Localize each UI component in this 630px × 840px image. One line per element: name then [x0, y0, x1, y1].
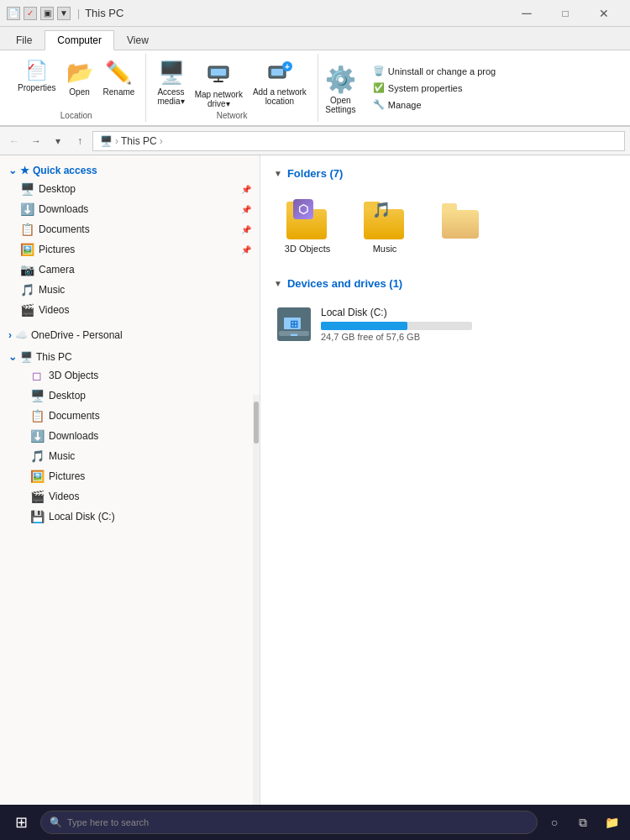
quick-access-label: Quick access: [33, 165, 97, 176]
manage-label: Manage: [388, 100, 422, 110]
pin-icon-desktop: 📌: [241, 185, 251, 194]
title-bar-icon-arrow: ▼: [57, 7, 71, 20]
devices-section-header[interactable]: ▼ Devices and drives (1): [274, 272, 617, 295]
device-space-local: 24,7 GB free of 57,6 GB: [321, 332, 613, 342]
sidebar-item-downloads2[interactable]: ⬇️ Downloads: [0, 426, 260, 446]
title-bar-icons: 📄 ✓ ▣ ▼: [7, 7, 71, 20]
folder-extra1[interactable]: [428, 192, 496, 259]
uninstall-button[interactable]: 🗑️ Uninstall or change a prog: [370, 64, 499, 78]
sidebar-item-localdisk[interactable]: 💾 Local Disk (C:): [0, 507, 260, 527]
open-settings-label: OpenSettings: [325, 96, 355, 114]
scrollbar-thumb[interactable]: [254, 402, 259, 444]
sidebar-item-documents2[interactable]: 📋 Documents: [0, 406, 260, 426]
svg-rect-1: [211, 69, 226, 76]
rename-button[interactable]: ✏️ Rename: [99, 57, 139, 99]
map-network-icon: [207, 60, 230, 88]
up-button[interactable]: ↑: [71, 132, 89, 150]
address-bar: ← → ▾ ↑ 🖥️ › This PC ›: [0, 127, 630, 155]
sidebar-item-videos-label: Videos: [39, 304, 69, 316]
sidebar-item-documents-label: Documents: [39, 223, 90, 235]
uninstall-icon: 🗑️: [373, 66, 385, 76]
properties-button[interactable]: 📄 ✓ Properties: [13, 57, 60, 95]
open-button[interactable]: 📂 Open: [62, 57, 97, 99]
add-network-button[interactable]: + Add a networklocation: [249, 57, 311, 108]
onedrive-label: OneDrive - Personal: [31, 329, 123, 341]
breadcrumb-sep2: ›: [160, 135, 163, 147]
maximize-button[interactable]: □: [546, 2, 585, 25]
recent-button[interactable]: ▾: [49, 132, 67, 150]
open-label: Open: [69, 87, 89, 97]
taskbar-files-icon[interactable]: 📁: [600, 811, 623, 834]
taskbar-task-view-icon[interactable]: ⧉: [571, 811, 595, 834]
documents-icon: 📋: [20, 223, 34, 236]
camera-icon: 📷: [20, 263, 34, 276]
pictures-icon: 🖼️: [20, 243, 34, 256]
sidebar-item-music[interactable]: 🎵 Music: [0, 280, 260, 300]
rename-label: Rename: [103, 87, 135, 97]
sidebar-item-3dobjects[interactable]: ◻ 3D Objects: [0, 365, 260, 386]
3dobjects-icon: ⬡: [286, 197, 329, 240]
folder-3dobjects[interactable]: ⬡ 3D Objects: [274, 192, 341, 259]
start-button[interactable]: ⊞: [7, 808, 35, 837]
minimize-button[interactable]: ─: [507, 2, 546, 25]
folders-grid: ⬡ 3D Objects 🎵 Music: [274, 185, 617, 272]
pin-icon-pictures: 📌: [241, 245, 251, 255]
access-media-icon: 🖥️: [158, 60, 185, 86]
open-settings-btn[interactable]: ⚙️ OpenSettings: [325, 61, 356, 114]
close-button[interactable]: ✕: [585, 2, 623, 25]
music2-icon: 🎵: [30, 449, 44, 463]
sidebar-onedrive[interactable]: › ☁️ OneDrive - Personal: [0, 325, 260, 344]
taskbar-search-placeholder: Type here to search: [67, 817, 149, 827]
sidebar-item-documents[interactable]: 📋 Documents 📌: [0, 219, 260, 239]
back-button[interactable]: ←: [5, 132, 24, 150]
sidebar-item-pictures2[interactable]: 🖼️ Pictures: [0, 466, 260, 486]
chevron-down-icon2: ⌄: [8, 351, 17, 363]
videos-icon: 🎬: [20, 303, 34, 317]
taskbar-search[interactable]: 🔍 Type here to search: [40, 811, 538, 834]
tab-file[interactable]: File: [3, 29, 45, 50]
folders-section-label: Folders (7): [287, 167, 343, 180]
forward-button[interactable]: →: [27, 132, 45, 150]
scrollbar-track[interactable]: [253, 395, 260, 822]
sidebar-item-desktop[interactable]: 🖥️ Desktop 📌: [0, 179, 260, 199]
breadcrumb[interactable]: 🖥️ › This PC ›: [92, 131, 625, 151]
ribbon-right-buttons: 🗑️ Uninstall or change a prog ✅ System p…: [363, 64, 499, 112]
properties-icon: 📄 ✓: [25, 60, 48, 81]
sidebar-item-pictures[interactable]: 🖼️ Pictures 📌: [0, 239, 260, 260]
onedrive-icon: ☁️: [15, 329, 28, 341]
disk-progress-container: [321, 322, 472, 330]
folders-section-header[interactable]: ▼ Folders (7): [274, 162, 617, 185]
sidebar-downloads2-label: Downloads: [49, 430, 98, 442]
sidebar-item-desktop2[interactable]: 🖥️ Desktop: [0, 386, 260, 406]
system-props-button[interactable]: ✅ System properties: [370, 81, 499, 95]
sidebar-item-downloads[interactable]: ⬇️ Downloads 📌: [0, 199, 260, 219]
device-local-disk[interactable]: ▬ ⊞ Local Disk (C:) 24,7 GB free of 57,6…: [274, 302, 617, 347]
tab-computer[interactable]: Computer: [45, 30, 114, 50]
title-bar-icon-check: ✓: [24, 7, 37, 20]
title-bar: 📄 ✓ ▣ ▼ | This PC ─ □ ✕: [0, 0, 630, 27]
sidebar-item-camera[interactable]: 📷 Camera: [0, 260, 260, 280]
map-network-button[interactable]: Map networkdrive▾: [191, 57, 247, 111]
title-bar-separator: |: [77, 8, 80, 19]
folder-music[interactable]: 🎵 Music: [351, 192, 418, 259]
access-media-button[interactable]: 🖥️ Accessmedia▾: [153, 57, 188, 108]
sidebar-item-camera-label: Camera: [39, 264, 75, 276]
taskbar-search-icon: 🔍: [50, 816, 62, 828]
sidebar-quick-access[interactable]: ⌄ ★ Quick access: [0, 160, 260, 179]
sidebar-this-pc[interactable]: ⌄ 🖥️ This PC: [0, 347, 260, 365]
music-icon: 🎵: [20, 283, 34, 297]
sidebar-item-videos[interactable]: 🎬 Videos: [0, 300, 260, 320]
sidebar-item-music2[interactable]: 🎵 Music: [0, 446, 260, 466]
pin-icon-downloads: 📌: [241, 205, 251, 214]
tab-view[interactable]: View: [114, 29, 161, 50]
sidebar-item-videos2[interactable]: 🎬 Videos: [0, 486, 260, 507]
taskbar: ⊞ 🔍 Type here to search ○ ⧉ 📁: [0, 805, 630, 840]
taskbar-cortana-icon[interactable]: ○: [543, 811, 566, 834]
sidebar-desktop2-label: Desktop: [49, 390, 86, 402]
manage-button[interactable]: 🔧 Manage: [370, 97, 499, 112]
sidebar-videos2-label: Videos: [49, 491, 79, 502]
pin-icon-documents: 📌: [241, 225, 251, 234]
ribbon-group-network: 🖥️ Accessmedia▾ Map networkdrive▾: [146, 54, 318, 122]
ribbon-network-buttons: 🖥️ Accessmedia▾ Map networkdrive▾: [153, 54, 310, 111]
system-props-icon: ✅: [373, 82, 385, 93]
